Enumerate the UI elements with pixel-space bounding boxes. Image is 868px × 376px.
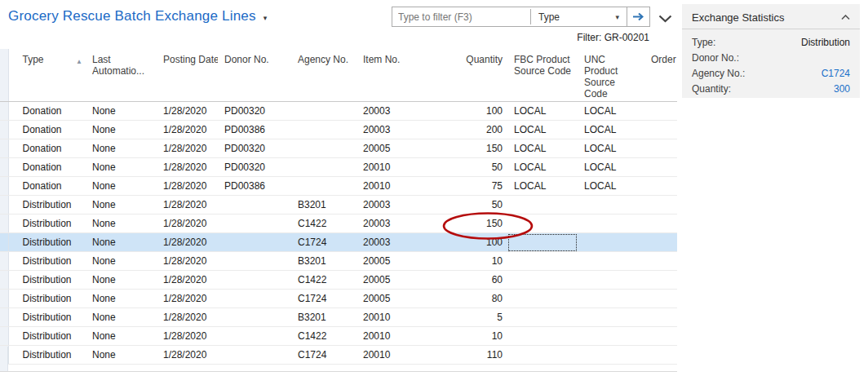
- cell-fbc_source[interactable]: LOCAL: [507, 158, 578, 177]
- cell-fbc_source[interactable]: [507, 346, 578, 365]
- column-header-donor_no[interactable]: Donor No.: [218, 49, 291, 102]
- cell-type[interactable]: Donation: [8, 102, 86, 121]
- cell-type[interactable]: Distribution: [8, 290, 86, 308]
- cell-order[interactable]: [644, 215, 677, 233]
- cell-item_no[interactable]: 20010: [356, 327, 432, 346]
- cell-last_auto[interactable]: None: [86, 327, 157, 346]
- cell-posting_date[interactable]: 1/28/2020: [157, 139, 218, 158]
- row-gutter-cell[interactable]: [0, 121, 8, 139]
- filter-column-select[interactable]: Type ▾: [531, 7, 627, 26]
- cell-last_auto[interactable]: None: [86, 102, 157, 121]
- column-header-unc_source[interactable]: UNC Product Source Code: [578, 49, 644, 102]
- cell-type[interactable]: Distribution: [8, 252, 86, 271]
- column-header-last_auto[interactable]: Last Automatio...: [86, 49, 157, 102]
- cell-fbc_source[interactable]: LOCAL: [507, 121, 578, 139]
- cell-item_no[interactable]: 20003: [356, 215, 432, 233]
- cell-posting_date[interactable]: 1/28/2020: [157, 252, 218, 271]
- cell-donor_no[interactable]: [218, 327, 291, 346]
- column-header-order[interactable]: Order: [644, 49, 677, 102]
- cell-last_auto[interactable]: None: [86, 139, 157, 158]
- cell-order[interactable]: [644, 346, 677, 365]
- cell-item_no[interactable]: 20005: [356, 290, 432, 308]
- cell-unc_source[interactable]: [578, 252, 644, 271]
- cell-fbc_source[interactable]: [507, 290, 578, 308]
- table-row[interactable]: DistributionNone1/28/2020B32012000510: [0, 252, 677, 271]
- cell-fbc_source[interactable]: [507, 196, 578, 215]
- cell-agency_no[interactable]: C1422: [291, 215, 356, 233]
- cell-unc_source[interactable]: [578, 233, 644, 252]
- cell-fbc_source[interactable]: LOCAL: [507, 102, 578, 121]
- cell-order[interactable]: [644, 233, 677, 252]
- cell-fbc_source[interactable]: [507, 327, 578, 346]
- cell-last_auto[interactable]: None: [86, 215, 157, 233]
- cell-order[interactable]: [644, 158, 677, 177]
- cell-order[interactable]: [644, 121, 677, 139]
- cell-fbc_source[interactable]: [507, 215, 578, 233]
- table-row[interactable]: DistributionNone1/28/2020C14222000560: [0, 271, 677, 290]
- cell-quantity[interactable]: 80: [432, 290, 507, 308]
- cell-last_auto[interactable]: None: [86, 346, 157, 365]
- cell-fbc_source[interactable]: [507, 308, 578, 327]
- row-gutter-cell[interactable]: [0, 139, 8, 158]
- cell-unc_source[interactable]: [578, 271, 644, 290]
- cell-agency_no[interactable]: C1724: [291, 346, 356, 365]
- cell-unc_source[interactable]: [578, 215, 644, 233]
- cell-item_no[interactable]: 20005: [356, 271, 432, 290]
- cell-last_auto[interactable]: None: [86, 196, 157, 215]
- column-header-agency_no[interactable]: Agency No.: [291, 49, 356, 102]
- cell-agency_no[interactable]: B3201: [291, 196, 356, 215]
- row-gutter-cell[interactable]: [0, 290, 8, 308]
- cell-quantity[interactable]: 100: [432, 102, 507, 121]
- cell-fbc_source[interactable]: [507, 252, 578, 271]
- cell-posting_date[interactable]: 1/28/2020: [157, 158, 218, 177]
- cell-agency_no[interactable]: C1724: [291, 290, 356, 308]
- cell-last_auto[interactable]: None: [86, 158, 157, 177]
- cell-type[interactable]: Distribution: [8, 327, 86, 346]
- filter-go-button[interactable]: [627, 7, 649, 26]
- table-row[interactable]: DistributionNone1/28/2020C14222001010: [0, 327, 677, 346]
- table-row[interactable]: DonationNone1/28/2020PD0038620003200LOCA…: [0, 121, 677, 139]
- row-gutter-cell[interactable]: [0, 177, 8, 196]
- row-gutter-cell[interactable]: [0, 215, 8, 233]
- cell-quantity[interactable]: 150: [432, 215, 507, 233]
- cell-last_auto[interactable]: None: [86, 177, 157, 196]
- cell-type[interactable]: Donation: [8, 177, 86, 196]
- cell-last_auto[interactable]: None: [86, 308, 157, 327]
- cell-type[interactable]: Distribution: [8, 271, 86, 290]
- cell-item_no[interactable]: 20010: [356, 308, 432, 327]
- row-gutter-cell[interactable]: [0, 252, 8, 271]
- cell-agency_no[interactable]: B3201: [291, 308, 356, 327]
- cell-donor_no[interactable]: [218, 233, 291, 252]
- cell-agency_no[interactable]: C1422: [291, 327, 356, 346]
- cell-order[interactable]: [644, 139, 677, 158]
- cell-unc_source[interactable]: LOCAL: [578, 177, 644, 196]
- cell-item_no[interactable]: 20005: [356, 252, 432, 271]
- cell-unc_source[interactable]: [578, 327, 644, 346]
- row-gutter-cell[interactable]: [0, 196, 8, 215]
- cell-quantity[interactable]: 10: [432, 252, 507, 271]
- cell-donor_no[interactable]: [218, 252, 291, 271]
- cell-agency_no[interactable]: [291, 102, 356, 121]
- cell-donor_no[interactable]: PD00320: [218, 158, 291, 177]
- cell-order[interactable]: [644, 177, 677, 196]
- cell-order[interactable]: [644, 252, 677, 271]
- cell-type[interactable]: Distribution: [8, 308, 86, 327]
- row-gutter-cell[interactable]: [0, 158, 8, 177]
- cell-donor_no[interactable]: [218, 346, 291, 365]
- cell-posting_date[interactable]: 1/28/2020: [157, 346, 218, 365]
- expand-pane-chevron-icon[interactable]: [658, 11, 672, 26]
- cell-last_auto[interactable]: None: [86, 121, 157, 139]
- cell-fbc_source[interactable]: LOCAL: [507, 139, 578, 158]
- cell-unc_source[interactable]: LOCAL: [578, 121, 644, 139]
- cell-item_no[interactable]: 20003: [356, 233, 432, 252]
- cell-fbc_source[interactable]: LOCAL: [507, 177, 578, 196]
- cell-fbc_source[interactable]: [507, 233, 578, 252]
- cell-quantity[interactable]: 50: [432, 158, 507, 177]
- cell-donor_no[interactable]: [218, 308, 291, 327]
- table-row[interactable]: DonationNone1/28/2020PD003202001050LOCAL…: [0, 158, 677, 177]
- column-header-fbc_source[interactable]: FBC Product Source Code: [507, 49, 578, 102]
- cell-unc_source[interactable]: [578, 290, 644, 308]
- cell-agency_no[interactable]: [291, 121, 356, 139]
- cell-posting_date[interactable]: 1/28/2020: [157, 177, 218, 196]
- filter-input[interactable]: [392, 7, 530, 26]
